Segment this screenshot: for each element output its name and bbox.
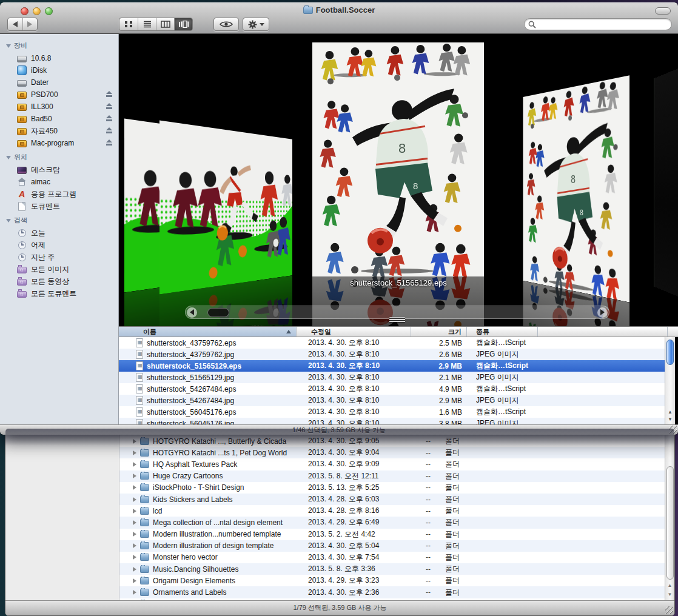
list-scrollbar[interactable]: ▲▼ xyxy=(665,337,675,424)
table-row[interactable]: shutterstock_43759762.jpg 2013. 4. 30. 오… xyxy=(119,349,665,360)
sidebar-item[interactable]: Dater xyxy=(0,76,118,89)
table-row[interactable]: Kids Stickers and Labels 2013. 4. 28. 오후… xyxy=(119,494,666,505)
background-window[interactable]: HOTGYRO Katachi ..., Butterfly & Cicada … xyxy=(5,428,675,616)
coverflow-view-button[interactable] xyxy=(174,18,192,30)
sidebar-item[interactable]: 모든 도큐멘트 xyxy=(0,287,118,300)
sidebar-item[interactable]: 어제 xyxy=(0,239,118,251)
column-header-size[interactable]: 크기 xyxy=(411,327,467,336)
finder-window[interactable]: Football.Soccer xyxy=(0,2,678,435)
sidebar-item[interactable]: Mac-program xyxy=(0,137,118,149)
table-row[interactable]: HOTGYRO Katachi ...ts 1, Pet Dog World 2… xyxy=(119,447,666,458)
disclosure-triangle-icon[interactable] xyxy=(133,553,140,561)
sidebar-item[interactable]: Bad50 xyxy=(0,113,118,125)
scrollbar-thumb[interactable] xyxy=(666,340,674,365)
sidebar-item[interactable]: iDisk xyxy=(0,64,118,76)
resize-grip[interactable] xyxy=(665,606,673,614)
table-row[interactable]: Modern illustration...numbered template … xyxy=(119,529,666,540)
column-header-date[interactable]: 수정일 xyxy=(297,327,411,336)
table-row[interactable]: Huge Crazy Cartoons 2013. 5. 8. 오전 12:11… xyxy=(119,470,666,482)
sidebar-item[interactable]: 지난 주 xyxy=(0,251,118,263)
table-row[interactable]: shutterstock_54267484.jpg 2013. 4. 30. 오… xyxy=(119,395,665,406)
scrollbar-arrows[interactable]: ▲▼ xyxy=(665,581,674,599)
table-row[interactable]: Modern illustration of design template 2… xyxy=(119,540,666,552)
coverflow-scrollbar-thumb[interactable] xyxy=(207,308,229,317)
resize-grip[interactable] xyxy=(669,426,677,434)
table-row[interactable]: HQ Asphalt Textures Pack 2013. 4. 30. 오후… xyxy=(119,458,666,470)
search-input[interactable] xyxy=(536,19,668,29)
sidebar-item[interactable]: ILL300 xyxy=(0,101,118,113)
sidebar-item[interactable]: 오늘 xyxy=(0,227,118,239)
forward-button[interactable] xyxy=(22,18,38,30)
table-row[interactable]: shutterstock_51565129.eps 2013. 4. 30. 오… xyxy=(119,360,665,372)
sidebar-item[interactable]: 10.6.8 xyxy=(0,52,118,64)
coverflow-cover-selected[interactable] xyxy=(312,42,484,276)
action-menu-button[interactable] xyxy=(243,18,269,31)
disclosure-triangle-icon[interactable] xyxy=(133,518,140,527)
eject-icon[interactable] xyxy=(105,139,113,147)
sidebar-item[interactable]: 자료450 xyxy=(0,125,118,137)
title-bar[interactable]: Football.Soccer xyxy=(0,2,678,15)
coverflow-cover-right-1[interactable] xyxy=(495,87,646,290)
sidebar-section-devices[interactable]: 장비 xyxy=(0,38,118,52)
scrollbar-arrows[interactable]: ▲▼ xyxy=(665,410,675,422)
table-row[interactable]: shutterstock_43759762.eps 2013. 4. 30. 오… xyxy=(119,337,665,349)
sidebar-section-places[interactable]: 위치 xyxy=(0,149,118,164)
disclosure-down-icon[interactable] xyxy=(6,219,11,223)
eject-icon[interactable] xyxy=(105,127,113,135)
sidebar-item[interactable]: 응용 프로그램 xyxy=(0,188,118,200)
list-view-button[interactable] xyxy=(138,18,156,30)
disclosure-down-icon[interactable] xyxy=(6,156,11,159)
table-row[interactable]: Ornaments and Labels 2013. 4. 30. 오후 2:3… xyxy=(119,586,666,598)
search-field[interactable] xyxy=(524,18,672,30)
table-row[interactable]: HOTGYRO Katachi ..., Butterfly & Cicada … xyxy=(119,435,666,447)
disclosure-triangle-icon[interactable] xyxy=(133,507,140,515)
disclosure-triangle-icon[interactable] xyxy=(133,483,140,492)
table-row[interactable]: Mega collection of ...ntal design elemen… xyxy=(119,517,666,528)
coverflow-scroll-right-button[interactable] xyxy=(597,307,608,318)
coverflow-cover-back[interactable] xyxy=(654,61,678,304)
table-row[interactable]: shutterstock_51565129.jpg 2013. 4. 30. 오… xyxy=(119,372,665,383)
sidebar-item[interactable]: 도큐멘트 xyxy=(0,200,118,212)
sidebar-item[interactable]: PSD700 xyxy=(0,89,118,101)
disclosure-triangle-icon[interactable] xyxy=(133,541,140,550)
disclosure-down-icon[interactable] xyxy=(6,44,11,48)
table-row[interactable]: Origami Design Elements 2013. 4. 29. 오후 … xyxy=(119,575,666,586)
table-row[interactable]: shutterstock_56045176.eps 2013. 4. 30. 오… xyxy=(119,406,665,418)
disclosure-triangle-icon[interactable] xyxy=(133,472,140,480)
coverflow-scroll-left-button[interactable] xyxy=(187,307,197,318)
icon-view-button[interactable] xyxy=(119,18,138,30)
eject-icon[interactable] xyxy=(105,115,113,123)
disclosure-triangle-icon[interactable] xyxy=(133,577,140,585)
back-button[interactable] xyxy=(8,18,22,30)
sidebar-item[interactable]: 데스크탑 xyxy=(0,164,118,176)
column-header-name[interactable]: 이름 xyxy=(119,327,297,336)
sidebar-item[interactable]: aimac xyxy=(0,176,118,188)
disclosure-triangle-icon[interactable] xyxy=(133,495,140,504)
eject-icon[interactable] xyxy=(105,102,113,111)
disclosure-triangle-icon[interactable] xyxy=(133,449,140,457)
disclosure-triangle-icon[interactable] xyxy=(133,565,140,574)
sidebar-section-search[interactable]: 검색 xyxy=(0,212,118,227)
eject-icon[interactable] xyxy=(105,90,113,99)
quick-look-button[interactable] xyxy=(213,18,239,31)
disclosure-triangle-icon[interactable] xyxy=(133,588,140,597)
file-name-cell: HQ Asphalt Textures Pack xyxy=(119,460,307,469)
sidebar-item[interactable]: 모든 이미지 xyxy=(0,263,118,275)
table-row[interactable]: lcd 2013. 4. 28. 오후 8:16 -- 폴더 xyxy=(119,505,666,517)
disclosure-triangle-icon[interactable] xyxy=(133,530,140,538)
column-header-kind[interactable]: 종류 xyxy=(467,327,538,336)
scrollbar-thumb[interactable] xyxy=(666,466,674,580)
sidebar-item[interactable]: 모든 동영상 xyxy=(0,275,118,287)
table-row[interactable]: Music.Dancing Silhouettes 2013. 5. 8. 오후… xyxy=(119,563,666,575)
column-view-button[interactable] xyxy=(156,18,174,30)
table-row[interactable]: iStockPhoto - T-Shirt Design 2013. 5. 13… xyxy=(119,482,666,494)
disclosure-triangle-icon[interactable] xyxy=(133,460,140,469)
table-row[interactable]: shutterstock_54267484.eps 2013. 4. 30. 오… xyxy=(119,383,665,395)
table-row[interactable]: Monster hero vector 2013. 4. 30. 오후 7:54… xyxy=(119,552,666,563)
coverflow-cover-left-1[interactable] xyxy=(143,131,325,284)
toolbar-toggle-button[interactable] xyxy=(655,7,671,15)
disclosure-triangle-icon[interactable] xyxy=(133,437,140,446)
background-window-scrollbar[interactable]: ▲▼ xyxy=(665,435,674,600)
table-row[interactable]: shutterstock_56045176.jpg 2013. 4. 30. 오… xyxy=(119,418,665,424)
coverflow-resize-handle[interactable] xyxy=(389,317,405,323)
